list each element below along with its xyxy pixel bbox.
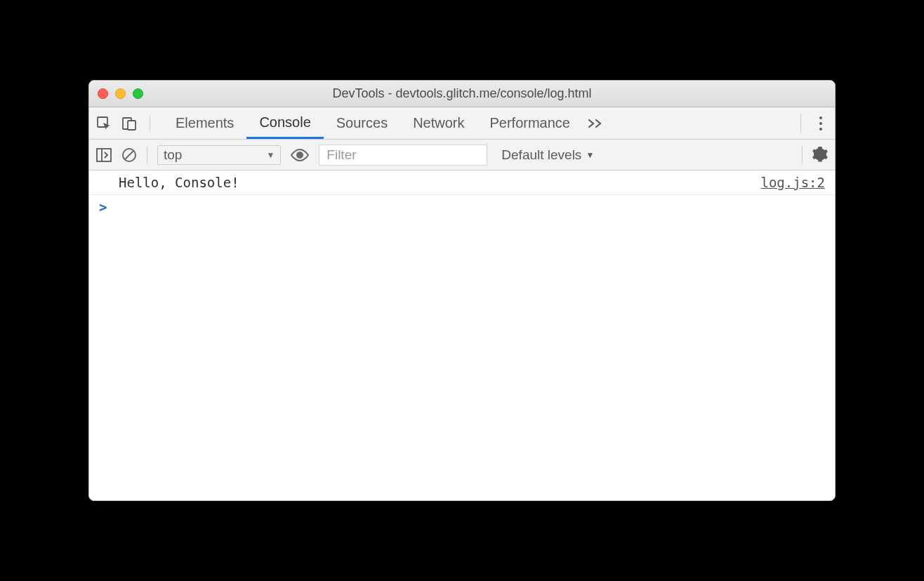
device-toolbar-icon[interactable] [121, 116, 137, 131]
svg-rect-2 [128, 121, 136, 130]
tab-sources[interactable]: Sources [324, 107, 400, 139]
more-tabs-icon[interactable] [587, 118, 604, 129]
log-levels-selector[interactable]: Default levels ▼ [501, 147, 594, 163]
log-message-text: Hello, Console! [119, 175, 239, 190]
toggle-sidebar-icon[interactable] [96, 148, 112, 162]
window-controls [98, 88, 143, 99]
clear-console-icon[interactable] [121, 147, 137, 163]
tab-label: Console [259, 114, 310, 131]
svg-rect-3 [97, 149, 111, 161]
tab-performance[interactable]: Performance [477, 107, 583, 139]
console-settings-icon[interactable] [812, 147, 828, 162]
source-link[interactable]: log.js:2 [760, 175, 825, 190]
tab-label: Network [413, 115, 464, 131]
console-prompt[interactable]: > [89, 195, 835, 219]
titlebar: DevTools - devtools.glitch.me/console/lo… [89, 81, 835, 107]
chevron-down-icon: ▼ [266, 150, 275, 160]
window-title: DevTools - devtools.glitch.me/console/lo… [89, 86, 835, 101]
tab-console[interactable]: Console [246, 107, 323, 139]
tab-elements[interactable]: Elements [163, 107, 246, 139]
svg-point-5 [296, 152, 303, 159]
maximize-window-button[interactable] [133, 88, 143, 99]
live-expression-icon[interactable] [291, 149, 309, 161]
minimize-window-button[interactable] [115, 88, 126, 99]
context-value: top [164, 147, 182, 163]
console-toolbar: top ▼ Default levels ▼ [89, 140, 835, 171]
settings-menu-button[interactable] [800, 114, 828, 133]
console-output: Hello, Console! log.js:2 > [89, 171, 835, 500]
context-selector[interactable]: top ▼ [157, 145, 281, 165]
inspect-element-icon[interactable] [96, 116, 112, 131]
panel-tabstrip: Elements Console Sources Network Perform… [89, 107, 835, 140]
tab-label: Elements [176, 115, 234, 131]
tab-label: Performance [490, 115, 571, 131]
kebab-icon [814, 116, 828, 131]
prompt-caret: > [99, 199, 107, 215]
devtools-window: DevTools - devtools.glitch.me/console/lo… [88, 80, 836, 501]
filter-input[interactable] [319, 145, 487, 166]
tab-label: Sources [336, 115, 388, 131]
close-window-button[interactable] [98, 88, 108, 99]
levels-label: Default levels [501, 147, 581, 163]
divider [147, 147, 147, 163]
tab-network[interactable]: Network [400, 107, 477, 139]
log-message-row[interactable]: Hello, Console! log.js:2 [89, 171, 835, 195]
chevron-down-icon: ▼ [586, 150, 594, 160]
